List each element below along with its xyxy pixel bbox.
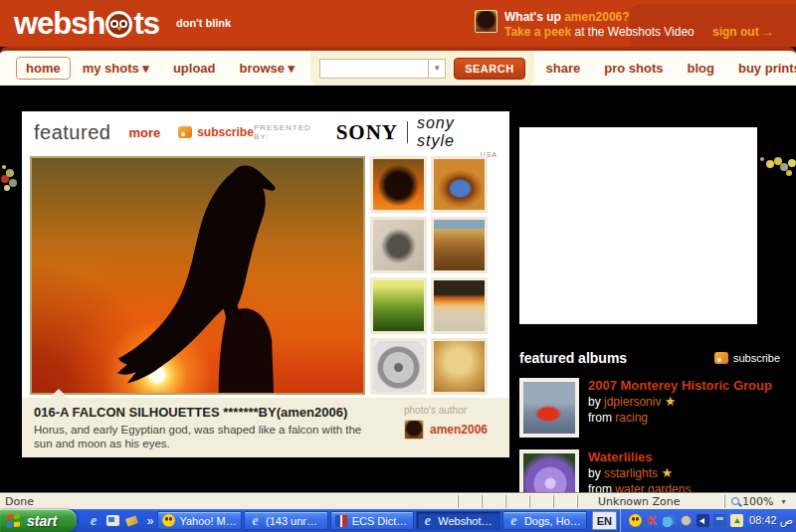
featured-albums-section: featured albums subscribe 2007 Monterey … (519, 350, 780, 492)
falcon-silhouette-graphic (32, 158, 363, 393)
album-thumbnail-red-race-car[interactable] (519, 378, 579, 438)
search-button[interactable]: SEARCH (454, 58, 524, 80)
featured-photo[interactable] (30, 156, 365, 395)
from-label: from (588, 411, 612, 425)
subscribe-feed-icon (714, 352, 728, 364)
album-title-link[interactable]: Waterlilies (588, 449, 691, 465)
main-navigation: home my shots ▾ upload browse ▾ ▼ SEARCH… (0, 47, 796, 86)
star-icon: ★ (661, 465, 673, 480)
more-link[interactable]: more (128, 125, 160, 140)
internet-explorer-icon (507, 514, 520, 527)
take-a-peek-link[interactable]: Take a peek (504, 25, 571, 39)
kaspersky-antivirus-icon[interactable] (646, 514, 659, 527)
power-meter-icon[interactable] (680, 514, 693, 527)
featured-title: featured (34, 121, 110, 144)
albums-subscribe-button[interactable]: subscribe (714, 352, 780, 364)
show-desktop-icon[interactable] (105, 513, 120, 528)
network-icon[interactable] (713, 514, 726, 527)
search-input[interactable] (319, 59, 429, 79)
author-link[interactable]: amen2006 (430, 423, 488, 437)
username-link[interactable]: amen2006? (564, 10, 629, 24)
task-button-ecs-dictionary[interactable]: ECS Dictionary (330, 511, 415, 530)
task-button-yahoo-messenger[interactable]: Yahoo! Mes... (157, 511, 242, 530)
security-zone-text: Unknown Zone (Mixed) (577, 495, 724, 508)
holiday-lights-decoration (760, 157, 764, 161)
status-pane (553, 495, 577, 508)
owl-icon (105, 11, 132, 38)
nav-item-pro-shots[interactable]: pro shots (592, 61, 675, 76)
subscribe-label: subscribe (733, 352, 780, 364)
author-avatar[interactable] (404, 420, 424, 440)
album-thumbnail-purple-waterlily[interactable] (519, 449, 579, 492)
zoom-control[interactable]: 100% ▾ (724, 495, 796, 508)
album-category-link[interactable]: water gardens (615, 482, 691, 492)
webshots-page: websh ts don't blink What's up amen2006?… (0, 0, 796, 532)
photo-author-block: photo's author amen2006 (404, 405, 494, 440)
start-button[interactable]: start (0, 509, 77, 532)
photo-thumbnail-canyon-arch[interactable] (431, 156, 488, 213)
album-list-item: Waterlilies by sstarlights ★ from water … (519, 449, 780, 492)
video-promo: Take a peek at the Webshots Video (504, 25, 695, 40)
task-button-webshots-active[interactable]: Webshots - ... (416, 511, 500, 530)
featured-panel: featured more subscribe PRESENTED BY: SO… (22, 111, 509, 457)
windows-update-icon[interactable] (730, 514, 743, 527)
photo-thumbnail-beach-sunset[interactable] (431, 277, 488, 334)
album-category-link[interactable]: racing (615, 411, 648, 425)
photo-thumbnail-lions[interactable] (431, 338, 488, 395)
photo-thumbnail-desert-badlands[interactable] (431, 217, 488, 273)
nav-item-share[interactable]: share (534, 61, 593, 76)
by-label: by (588, 395, 601, 409)
internet-explorer-icon (249, 514, 262, 527)
internet-explorer-icon[interactable] (87, 513, 101, 528)
quick-launch-overflow-chevron[interactable]: » (147, 514, 154, 528)
nav-item-home[interactable]: home (16, 57, 71, 80)
album-author-link[interactable]: sstarlights (604, 466, 658, 480)
yahoo-messenger-tray-icon[interactable] (629, 514, 642, 527)
status-pane (529, 495, 553, 508)
photo-caption: 016-A FALCON SILHOUETTES *******BY(amen2… (22, 398, 509, 457)
windows-messenger-icon[interactable] (663, 514, 676, 527)
star-icon: ★ (665, 394, 677, 409)
featured-subscribe-button[interactable]: subscribe (178, 125, 254, 139)
user-panel: What's up amen2006? Take a peek at the W… (475, 10, 695, 40)
user-avatar[interactable] (475, 10, 498, 33)
search-dropdown-button[interactable]: ▼ (429, 59, 446, 79)
status-pane (505, 495, 529, 508)
volume-icon[interactable] (696, 514, 709, 527)
search-zone: ▼ SEARCH (310, 51, 533, 86)
nav-item-buy-prints[interactable]: buy prints (726, 61, 796, 76)
zoom-level: 100% (742, 495, 773, 508)
from-label: from (588, 482, 612, 492)
notes-icon[interactable] (124, 513, 139, 528)
sign-out-link[interactable]: sign out → (712, 25, 774, 39)
zoom-dropdown-arrow: ▾ (781, 497, 785, 506)
thumbnail-grid (370, 156, 488, 395)
nav-item-browse[interactable]: browse ▾ (228, 61, 307, 76)
nav-item-upload[interactable]: upload (161, 61, 228, 76)
holiday-lights-decoration (2, 165, 6, 169)
subscribe-label: subscribe (197, 125, 254, 139)
task-button-dogs-horses[interactable]: Dogs, Horse... (502, 511, 587, 530)
system-tray: 08:42 ص (620, 509, 796, 532)
photo-thumbnail-sunlit-forest[interactable] (370, 277, 427, 334)
sony-divider (407, 121, 408, 143)
presented-by-block: PRESENTED BY: SONY sony styleUSA (254, 114, 498, 150)
logo-text-left: websh (14, 6, 104, 42)
windows-taskbar: start » Yahoo! Mes... (143 unread... ECS… (0, 509, 796, 532)
language-indicator[interactable]: EN (592, 511, 618, 530)
album-author-link[interactable]: jdpiersoniv (604, 395, 661, 409)
nav-item-blog[interactable]: blog (676, 61, 726, 76)
album-title-link[interactable]: 2007 Monterey Historic Group (588, 378, 772, 394)
quick-launch-bar: » (87, 513, 158, 528)
presented-by-label: PRESENTED BY: (254, 123, 326, 141)
ad-placeholder (519, 127, 757, 324)
photo-thumbnail-falcon-silhouette-sunset[interactable] (370, 156, 427, 213)
photo-thumbnail-iwo-jima-memorial-art[interactable] (370, 217, 427, 273)
dictionary-book-icon (335, 514, 348, 527)
sony-style-logo: sony styleUSA (417, 114, 498, 150)
featured-header: featured more subscribe PRESENTED BY: SO… (22, 111, 509, 153)
webshots-logo[interactable]: websh ts (14, 6, 159, 42)
photo-thumbnail-metal-octagon[interactable] (370, 338, 427, 395)
task-button-unread-mail[interactable]: (143 unread... (244, 511, 328, 530)
nav-item-my-shots[interactable]: my shots ▾ (71, 61, 161, 76)
